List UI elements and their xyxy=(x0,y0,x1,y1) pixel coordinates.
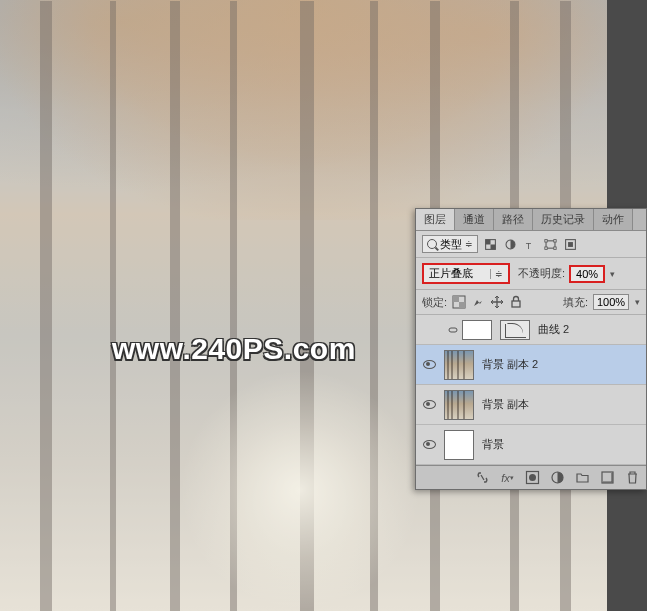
filter-smartobject-icon[interactable] xyxy=(563,237,578,252)
layer-name[interactable]: 曲线 2 xyxy=(538,322,569,337)
tab-history[interactable]: 历史记录 xyxy=(533,209,594,230)
new-adjustment-icon[interactable] xyxy=(550,470,565,485)
link-layers-icon[interactable] xyxy=(475,470,490,485)
filter-type-icon[interactable]: T xyxy=(523,237,538,252)
lock-all-icon[interactable] xyxy=(509,295,523,309)
layer-thumb[interactable] xyxy=(444,430,474,460)
layers-panel: 图层 通道 路径 历史记录 动作 类型 ≑ T 正片叠底 ≑ 不透明度: 40%… xyxy=(415,208,647,490)
tab-paths[interactable]: 路径 xyxy=(494,209,533,230)
tab-channels[interactable]: 通道 xyxy=(455,209,494,230)
blend-mode-value: 正片叠底 xyxy=(429,266,473,281)
layer-thumb[interactable] xyxy=(444,350,474,380)
filter-adjustment-icon[interactable] xyxy=(503,237,518,252)
svg-text:T: T xyxy=(526,240,532,250)
svg-rect-16 xyxy=(449,328,457,332)
svg-rect-15 xyxy=(512,301,520,307)
lock-image-icon[interactable] xyxy=(471,295,485,309)
visibility-toggle[interactable] xyxy=(422,398,436,412)
svg-rect-9 xyxy=(554,246,556,248)
lock-transparency-icon[interactable] xyxy=(452,295,466,309)
filter-pixel-icon[interactable] xyxy=(483,237,498,252)
new-layer-icon[interactable] xyxy=(600,470,615,485)
visibility-toggle[interactable] xyxy=(422,358,436,372)
layer-row[interactable]: 曲线 2 xyxy=(416,315,646,345)
svg-rect-1 xyxy=(486,239,491,244)
svg-rect-14 xyxy=(459,302,465,308)
layer-row[interactable]: 背景 xyxy=(416,425,646,465)
lock-position-icon[interactable] xyxy=(490,295,504,309)
lock-label: 锁定: xyxy=(422,295,447,310)
filter-shape-icon[interactable] xyxy=(543,237,558,252)
panel-tabs: 图层 通道 路径 历史记录 动作 xyxy=(416,209,646,231)
visibility-toggle[interactable] xyxy=(422,438,436,452)
layer-row[interactable]: 背景 副本 xyxy=(416,385,646,425)
eye-icon xyxy=(423,360,436,369)
chevron-updown-icon: ≑ xyxy=(490,269,503,279)
chevron-down-icon[interactable]: ▾ xyxy=(635,297,640,307)
svg-rect-8 xyxy=(545,246,547,248)
svg-rect-2 xyxy=(491,244,496,249)
chevron-down-icon[interactable]: ▾ xyxy=(610,269,615,279)
chevron-updown-icon: ≑ xyxy=(465,239,473,249)
lock-fill-row: 锁定: 填充: 100% ▾ xyxy=(416,290,646,315)
eye-icon xyxy=(423,440,436,449)
link-icon xyxy=(448,325,458,335)
fill-label: 填充: xyxy=(563,295,588,310)
layer-mask-thumb[interactable] xyxy=(462,320,492,340)
watermark-text: www.240PS.com xyxy=(112,332,356,366)
fill-value[interactable]: 100% xyxy=(593,294,629,310)
blend-opacity-row: 正片叠底 ≑ 不透明度: 40% ▾ xyxy=(416,258,646,290)
svg-point-18 xyxy=(529,474,536,481)
curves-adjustment-thumb[interactable] xyxy=(500,320,530,340)
layer-name[interactable]: 背景 xyxy=(482,437,504,452)
layer-filter-row: 类型 ≑ T xyxy=(416,231,646,258)
layer-thumb[interactable] xyxy=(444,390,474,420)
tab-actions[interactable]: 动作 xyxy=(594,209,633,230)
filter-type-label: 类型 xyxy=(440,237,462,252)
layers-panel-footer: fx▾ xyxy=(416,465,646,489)
opacity-value[interactable]: 40% xyxy=(569,265,605,283)
layers-list: 曲线 2 背景 副本 2 背景 副本 背景 xyxy=(416,315,646,465)
layer-name[interactable]: 背景 副本 2 xyxy=(482,357,538,372)
svg-rect-20 xyxy=(602,472,613,483)
filter-type-select[interactable]: 类型 ≑ xyxy=(422,235,478,253)
search-icon xyxy=(427,239,437,249)
layer-fx-icon[interactable]: fx▾ xyxy=(500,470,515,485)
blend-mode-select[interactable]: 正片叠底 ≑ xyxy=(422,263,510,284)
opacity-label: 不透明度: xyxy=(518,266,565,281)
svg-rect-11 xyxy=(568,242,573,247)
new-group-icon[interactable] xyxy=(575,470,590,485)
layer-row[interactable]: 背景 副本 2 xyxy=(416,345,646,385)
layer-name[interactable]: 背景 副本 xyxy=(482,397,529,412)
svg-rect-7 xyxy=(554,239,556,241)
tab-layers[interactable]: 图层 xyxy=(416,209,455,230)
svg-rect-13 xyxy=(453,296,459,302)
add-mask-icon[interactable] xyxy=(525,470,540,485)
svg-rect-6 xyxy=(545,239,547,241)
visibility-toggle[interactable] xyxy=(422,323,436,337)
delete-layer-icon[interactable] xyxy=(625,470,640,485)
eye-icon xyxy=(423,400,436,409)
